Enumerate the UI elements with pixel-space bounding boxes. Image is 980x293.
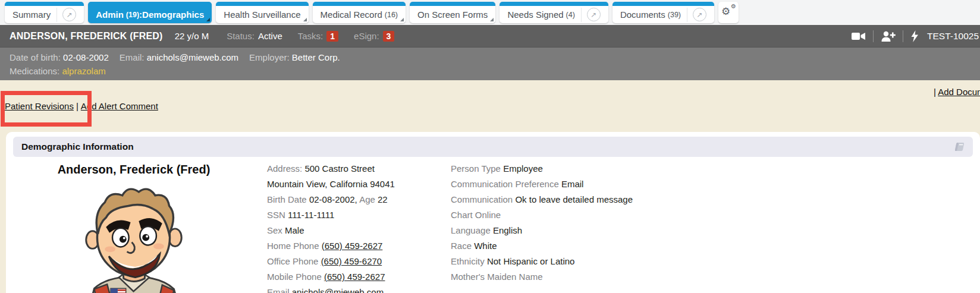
tab-admin-demographics[interactable]: Admin(19):Demographics: [88, 2, 212, 23]
medications-group: Medications: alprazolam: [10, 64, 106, 78]
demographics-panel-header: Demographic Information: [13, 137, 973, 157]
patient-bar-actions: TEST-10025: [852, 25, 979, 47]
tab-summary[interactable]: Summary ↗: [5, 2, 84, 23]
lightning-bolt-icon[interactable]: [910, 30, 919, 42]
field-home-phone: Home Phone (650) 459-2627: [267, 238, 451, 254]
employer-group: Employer: Better Corp.: [249, 51, 340, 64]
summary-open-new-window-button[interactable]: ↗: [56, 8, 76, 22]
field-communication: Communication Ok to leave detailed messa…: [451, 192, 633, 207]
home-phone-link[interactable]: (650) 459-2627: [322, 241, 383, 251]
field-race: Race White: [451, 238, 633, 254]
dob-group: Date of birth: 02-08-2002: [10, 51, 109, 64]
settings-button[interactable]: ⚙ ⚙: [718, 2, 739, 23]
needs-signed-open-new-window-button[interactable]: ↗: [581, 8, 601, 22]
email-group: Email: anichols@mieweb.com: [120, 51, 238, 64]
field-address: Address: 500 Castro Street: [267, 161, 451, 177]
tab-label: On Screen Forms: [417, 10, 488, 20]
field-value: 22: [378, 194, 388, 204]
demographics-middle-column: Address: 500 Castro Street Mountain View…: [267, 161, 451, 293]
field-address-line2: Mountain View, California 94041: [267, 177, 451, 192]
field-value: 500 Castro Street: [304, 163, 375, 174]
patient-name-header: ANDERSON, FREDERICK (FRED): [10, 31, 163, 42]
add-person-icon[interactable]: [881, 31, 896, 42]
tab-count: (39): [668, 11, 681, 19]
tab-label: Admin: [96, 10, 124, 20]
field-chart-online: Chart Online: [451, 207, 633, 223]
demographics-right-column: Person Type Employee Communication Prefe…: [451, 161, 633, 293]
field-label: Mother's Maiden Name: [451, 272, 543, 282]
mobile-phone-link[interactable]: (650) 459-2627: [324, 272, 385, 282]
field-value: White: [474, 241, 497, 251]
medication-value[interactable]: alprazolam: [62, 66, 105, 76]
tab-label: Needs Signed: [507, 10, 563, 20]
field-value: Male: [285, 225, 304, 235]
tasks-count-badge[interactable]: 1: [326, 31, 338, 42]
add-alert-comment-link[interactable]: Add Alert Comment: [81, 101, 158, 111]
esign-label: eSign:: [354, 31, 379, 41]
field-label: Communication: [451, 194, 513, 204]
tab-count: (19): [126, 11, 139, 19]
field-value: Not Hispanic or Latino: [487, 256, 575, 266]
notebook-icon[interactable]: [952, 141, 965, 152]
employer-value: Better Corp.: [292, 52, 340, 62]
demographics-panel: Demographic Information Anderson, Freder…: [6, 132, 980, 293]
dob-value: 02-08-2002: [63, 52, 109, 62]
field-label: Sex: [267, 225, 282, 235]
field-value: Email: [561, 179, 584, 189]
tab-label: Documents: [620, 10, 665, 20]
documents-open-new-window-button[interactable]: ↗: [687, 8, 706, 22]
tab-label: Summary: [12, 10, 51, 20]
tab-needs-signed[interactable]: Needs Signed(4) ↗: [500, 2, 608, 23]
field-ssn: SSN 111-11-1111: [267, 207, 451, 223]
tasks-label: Tasks:: [298, 31, 323, 41]
patient-age-sex: 22 y/o M: [175, 31, 209, 41]
field-label: Ethnicity: [451, 256, 485, 266]
dob-label: Date of birth:: [10, 52, 61, 62]
divider: [903, 30, 903, 42]
field-sex: Sex Male: [267, 223, 451, 238]
field-birth-date: Birth Date 02-08-2002, Age 22: [267, 192, 451, 207]
field-label: Language: [451, 225, 491, 235]
external-link-icon: ↗: [67, 11, 73, 18]
field-ethnicity: Ethnicity Not Hispanic or Latino: [451, 254, 633, 269]
add-document-link[interactable]: Add Document: [938, 87, 980, 97]
tab-documents[interactable]: Documents(39) ↗: [612, 2, 714, 23]
email-label: Email:: [120, 52, 145, 62]
demographics-content: Anderson, Frederick (Fred): [6, 157, 980, 293]
patient-avatar: [77, 180, 191, 293]
tab-health-surveillance[interactable]: Health Surveillance: [216, 2, 308, 23]
field-label: Communication Preference: [451, 179, 559, 189]
field-label: Mobile Phone: [267, 272, 322, 282]
field-label: SSN: [267, 210, 285, 220]
tab-on-screen-forms[interactable]: On Screen Forms: [410, 2, 495, 23]
field-label: Chart Online: [451, 210, 501, 220]
field-email: Email anichols@mieweb.com: [267, 285, 451, 293]
medications-label: Medications:: [10, 66, 59, 76]
video-camera-icon[interactable]: [852, 31, 866, 41]
field-mobile-phone: Mobile Phone (650) 459-2627: [267, 269, 451, 285]
esign-count-badge[interactable]: 3: [383, 31, 395, 42]
gear-small-icon: ⚙: [731, 4, 736, 10]
external-link-icon: ↗: [696, 11, 702, 18]
field-label: Office Phone: [267, 256, 318, 266]
chart-id: TEST-10025: [927, 31, 979, 42]
field-label: Race: [451, 241, 472, 251]
email-value: anichols@mieweb.com: [147, 52, 238, 62]
field-office-phone: Office Phone (650) 459-6270: [267, 254, 451, 269]
field-value: English: [493, 225, 522, 235]
field-label: Age: [359, 194, 375, 204]
tab-medical-record[interactable]: Medical Record(16): [313, 2, 406, 23]
status-label: Status:: [227, 31, 255, 41]
office-phone-link[interactable]: (650) 459-6270: [321, 256, 382, 266]
field-label: Birth Date: [267, 194, 307, 204]
field-language: Language English: [451, 223, 633, 238]
field-value: Employee: [503, 163, 543, 174]
field-label: Address:: [267, 163, 302, 174]
patient-action-links: Patient Revisions|Add Alert Comment: [5, 101, 158, 111]
email-link[interactable]: anichols@mieweb.com: [292, 287, 384, 293]
patient-revisions-link[interactable]: Patient Revisions: [5, 101, 74, 111]
links-separator: |: [76, 101, 78, 111]
employer-label: Employer:: [249, 52, 290, 62]
field-label: Email: [267, 287, 290, 293]
add-document-link-group: | Add Document: [934, 87, 980, 97]
